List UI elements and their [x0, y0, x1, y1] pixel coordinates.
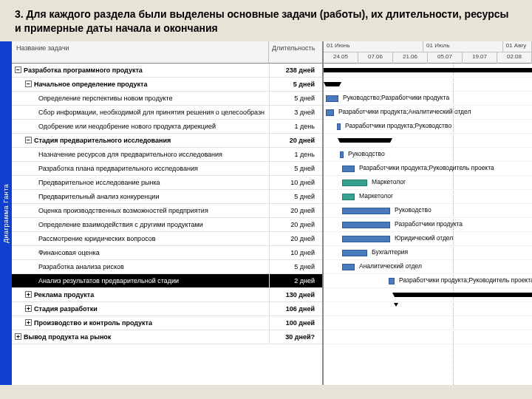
- task-duration-cell[interactable]: 20 дней: [269, 134, 322, 147]
- task-name-cell[interactable]: −Начальное определение продукта: [12, 81, 269, 88]
- task-row[interactable]: Одобрение или неодобрение нового продукт…: [12, 120, 322, 134]
- task-duration-cell[interactable]: 3 дней: [269, 106, 322, 119]
- summary-bar[interactable]: [395, 293, 532, 297]
- task-list: −Разработка программного продукта238 дне…: [12, 64, 322, 385]
- task-row[interactable]: Назначение ресурсов для предварительного…: [12, 148, 322, 162]
- task-bar[interactable]: [342, 194, 355, 200]
- task-row[interactable]: Финансовая оценка10 дней: [12, 246, 322, 260]
- task-name-cell[interactable]: Разработка анализа рисков: [12, 263, 269, 270]
- task-name-text: Вывод продукта на рынок: [24, 333, 111, 341]
- task-name-cell[interactable]: Определение перспективы новом продукте: [12, 95, 269, 102]
- collapse-icon[interactable]: −: [25, 137, 32, 143]
- task-bar[interactable]: [326, 109, 334, 116]
- task-row[interactable]: Определение взаимодействия с другими про…: [12, 218, 322, 232]
- collapse-icon[interactable]: −: [25, 81, 32, 87]
- task-name-cell[interactable]: Определение взаимодействия с другими про…: [12, 221, 269, 228]
- task-name-cell[interactable]: Сбор информации, необходимой для приняти…: [12, 109, 269, 116]
- task-duration-cell[interactable]: 100 дней: [269, 316, 322, 330]
- task-row[interactable]: −Разработка программного продукта238 дне…: [12, 64, 322, 78]
- expand-icon[interactable]: +: [25, 291, 32, 298]
- task-name-cell[interactable]: +Стадия разработки: [12, 305, 269, 313]
- resource-label: Разработчики продукта;Руководство: [345, 122, 451, 129]
- task-row[interactable]: Предварительное исследование рынка10 дне…: [12, 176, 322, 190]
- task-name-cell[interactable]: +Производство и контроль продукта: [12, 319, 269, 327]
- task-duration-cell[interactable]: 5 дней: [269, 260, 322, 273]
- task-duration-cell[interactable]: 1 день: [269, 148, 322, 161]
- task-duration-cell[interactable]: 10 дней: [269, 246, 322, 259]
- task-name-cell[interactable]: Предварительное исследование рынка: [12, 179, 269, 186]
- col-header-name[interactable]: Название задачи: [12, 41, 269, 63]
- task-bar[interactable]: [340, 151, 344, 158]
- task-bar[interactable]: [342, 166, 355, 172]
- task-duration-cell[interactable]: 1 день: [269, 120, 322, 133]
- task-duration-cell[interactable]: 238 дней: [269, 64, 322, 77]
- task-duration-cell[interactable]: 5 дней: [269, 92, 322, 105]
- gantt-row: Маркетолог: [324, 190, 532, 204]
- task-row[interactable]: −Начальное определение продукта5 дней: [12, 78, 322, 92]
- gantt-row: Руководство: [324, 204, 532, 218]
- task-name-cell[interactable]: −Стадия предварительного исследования: [12, 137, 269, 144]
- task-bar[interactable]: [342, 250, 367, 256]
- task-name-cell[interactable]: Рассмотрение юридических вопросов: [12, 235, 269, 242]
- task-name-cell[interactable]: Анализ результатов предварительной стади…: [12, 277, 269, 284]
- task-bar[interactable]: [342, 180, 367, 186]
- task-row[interactable]: Оценка производственных возможностей пре…: [12, 204, 322, 218]
- task-duration-cell[interactable]: 5 дней: [269, 78, 322, 91]
- timeline-date: 05.07: [428, 52, 463, 64]
- task-name-cell[interactable]: Разработка плана предварительного исслед…: [12, 165, 269, 172]
- task-row[interactable]: +Вывод продукта на рынок30 дней?: [12, 330, 322, 344]
- task-duration-cell[interactable]: 130 дней: [269, 288, 322, 301]
- task-name-cell[interactable]: Предварительный анализ конкуренции: [12, 193, 269, 200]
- expand-icon[interactable]: +: [15, 333, 21, 340]
- task-duration-cell[interactable]: 5 дней: [269, 162, 322, 175]
- task-bar[interactable]: [337, 123, 341, 130]
- task-row[interactable]: −Стадия предварительного исследования20 …: [12, 134, 322, 148]
- task-duration-cell[interactable]: 106 дней: [269, 302, 322, 316]
- task-row[interactable]: +Производство и контроль продукта100 дне…: [12, 316, 322, 330]
- task-duration-cell[interactable]: 5 дней: [269, 190, 322, 203]
- resource-label: Разработчики продукта;Аналитический отде…: [338, 108, 471, 115]
- summary-bar[interactable]: [326, 82, 339, 86]
- task-name-cell[interactable]: Одобрение или неодобрение нового продукт…: [12, 123, 269, 130]
- task-name-cell[interactable]: +Реклама продукта: [12, 291, 269, 299]
- task-row[interactable]: Предварительный анализ конкуренции5 дней: [12, 190, 322, 204]
- task-bar[interactable]: [389, 278, 395, 284]
- task-bar[interactable]: [342, 236, 390, 242]
- task-row[interactable]: +Реклама продукта130 дней: [12, 288, 322, 302]
- task-name-cell[interactable]: Оценка производственных возможностей пре…: [12, 207, 269, 214]
- task-bar[interactable]: [326, 95, 338, 102]
- task-name-cell[interactable]: +Вывод продукта на рынок: [12, 333, 269, 341]
- task-duration-cell[interactable]: 20 дней: [269, 232, 322, 245]
- timeline-date: 02.08: [497, 52, 532, 64]
- summary-bar[interactable]: [324, 68, 532, 72]
- task-bar[interactable]: [342, 264, 355, 270]
- summary-bar[interactable]: [340, 138, 390, 143]
- task-duration-cell[interactable]: 2 дней: [269, 274, 322, 287]
- gantt-body[interactable]: Руководство;Разработчики продуктаРазрабо…: [324, 64, 532, 385]
- task-name-cell[interactable]: Назначение ресурсов для предварительного…: [12, 151, 269, 158]
- task-duration-cell[interactable]: 30 дней?: [269, 330, 322, 344]
- task-duration-cell[interactable]: 20 дней: [269, 204, 322, 217]
- task-name-cell[interactable]: Финансовая оценка: [12, 249, 269, 256]
- task-row[interactable]: Разработка анализа рисков5 дней: [12, 260, 322, 274]
- task-bar[interactable]: [342, 208, 390, 214]
- task-row[interactable]: Разработка плана предварительного исслед…: [12, 162, 322, 176]
- view-tab-gantt[interactable]: Диаграмма Ганта: [0, 41, 12, 385]
- task-row[interactable]: Рассмотрение юридических вопросов20 дней: [12, 232, 322, 246]
- task-duration-cell[interactable]: 10 дней: [269, 176, 322, 189]
- col-header-duration[interactable]: Длительность: [269, 41, 322, 63]
- task-row[interactable]: +Стадия разработки106 дней: [12, 302, 322, 316]
- task-row[interactable]: Определение перспективы новом продукте5 …: [12, 92, 322, 106]
- task-row[interactable]: Анализ результатов предварительной стади…: [12, 274, 322, 288]
- expand-icon[interactable]: +: [25, 319, 32, 326]
- gantt-row: Руководство;Разработчики продукта: [324, 92, 532, 106]
- gantt-row: Маркетолог: [324, 176, 532, 190]
- gantt-app: Диаграмма Ганта Название задачи Длительн…: [0, 41, 532, 385]
- task-bar[interactable]: [342, 222, 390, 228]
- collapse-icon[interactable]: −: [15, 66, 21, 73]
- task-name-cell[interactable]: −Разработка программного продукта: [12, 66, 269, 74]
- expand-icon[interactable]: +: [25, 305, 32, 312]
- task-row[interactable]: Сбор информации, необходимой для приняти…: [12, 106, 322, 120]
- task-duration-cell[interactable]: 20 дней: [269, 218, 322, 231]
- gantt-chart[interactable]: 01 Июнь01 Июль01 Авгу 24.0507.0621.0605.…: [324, 41, 532, 385]
